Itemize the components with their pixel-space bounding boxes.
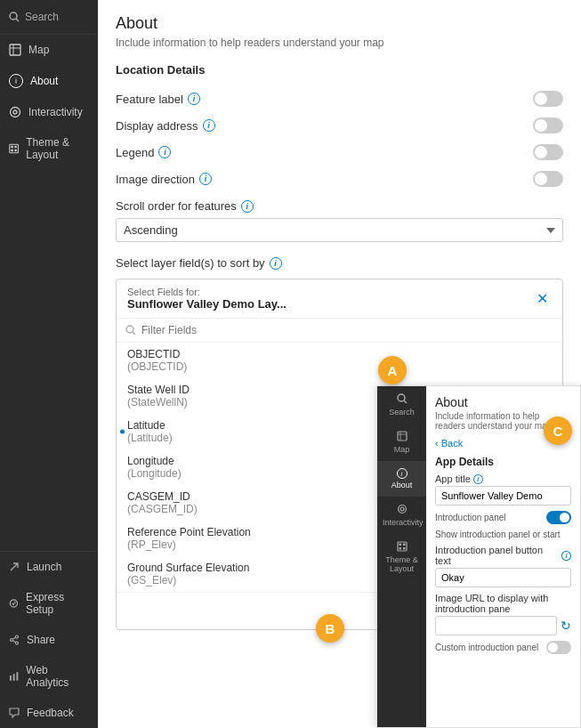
sidebar-item-interactivity[interactable]: Interactivity	[0, 97, 98, 127]
svg-rect-2	[10, 44, 20, 55]
sidebar-bottom: Launch Express Setup Share	[0, 551, 98, 728]
feature-label-info-icon[interactable]: i	[188, 93, 200, 105]
image-direction-toggle[interactable]	[533, 171, 563, 187]
intro-button-text-input[interactable]	[435, 568, 571, 587]
fields-panel-close-button[interactable]: ✕	[533, 288, 552, 309]
svg-rect-16	[10, 675, 12, 681]
overlay-about-icon: i	[397, 468, 408, 479]
overlay-map-label: Map	[383, 445, 421, 454]
overlay-sidebar-theme-layout[interactable]: Theme & Layout	[377, 534, 426, 580]
feedback-icon	[9, 708, 20, 718]
about-icon: i	[9, 74, 23, 88]
sidebar-item-theme-layout[interactable]: Theme & Layout	[0, 127, 98, 170]
web-analytics-icon	[9, 671, 19, 682]
image-url-input[interactable]	[435, 616, 557, 635]
callout-b-label: B	[326, 621, 335, 636]
callout-c-badge: C	[544, 417, 572, 445]
theme-layout-label: Theme & Layout	[26, 136, 89, 161]
intro-button-text-label-row: Introduction panel button text i	[435, 545, 571, 566]
custom-intro-toggle[interactable]	[546, 641, 571, 654]
share-label: Share	[27, 634, 55, 646]
image-url-refresh-icon[interactable]: ↻	[561, 619, 571, 633]
intro-button-info-icon[interactable]: i	[561, 551, 571, 561]
intro-button-text-label: Introduction panel button text	[435, 545, 559, 566]
theme-icon	[9, 142, 19, 155]
svg-rect-23	[398, 432, 407, 441]
app-title-label-row: App title i	[435, 473, 571, 484]
search-icon	[9, 12, 20, 22]
feature-label-toggle[interactable]	[533, 91, 563, 107]
layer-name-label: Sunflower Valley Demo Lay...	[127, 297, 286, 311]
feature-label-row: Feature label i	[116, 85, 563, 112]
page-subtitle: Include information to help readers unde…	[116, 36, 563, 49]
custom-intro-label: Custom introduction panel	[435, 643, 538, 652]
svg-point-25	[400, 507, 404, 511]
feature-label-left: Feature label i	[116, 93, 200, 106]
svg-line-20	[133, 332, 135, 335]
sidebar-item-feedback[interactable]: Feedback	[0, 698, 98, 728]
image-direction-row: Image direction i	[116, 166, 563, 192]
legend-row: Legend i	[116, 139, 563, 166]
svg-line-15	[12, 641, 15, 643]
app-title-input[interactable]	[435, 486, 571, 506]
sidebar-item-map[interactable]: Map	[0, 35, 98, 65]
scroll-order-info-icon[interactable]: i	[241, 200, 254, 213]
map-icon	[9, 44, 21, 56]
sidebar-item-share[interactable]: Share	[0, 625, 98, 655]
map-label: Map	[28, 44, 49, 56]
select-fields-for-label: Select Fields for:	[127, 287, 286, 297]
callout-a-label: A	[388, 363, 398, 378]
sort-by-info-icon[interactable]: i	[270, 257, 282, 270]
overlay-theme-icon	[397, 541, 408, 552]
svg-rect-28	[403, 544, 406, 546]
svg-point-13	[11, 639, 13, 642]
field-item-objectid[interactable]: OBJECTID (OBJECTID)	[117, 343, 562, 378]
svg-rect-5	[10, 144, 19, 153]
back-chevron-icon: ‹	[435, 438, 439, 449]
overlay-sidebar-about[interactable]: i About	[377, 461, 426, 497]
back-label: Back	[441, 438, 463, 449]
about-label: About	[30, 75, 58, 87]
svg-point-24	[398, 506, 406, 514]
overlay-title: About	[435, 395, 571, 409]
overlay-sidebar-search[interactable]: Search	[377, 386, 426, 424]
svg-rect-7	[14, 146, 16, 148]
legend-info-icon[interactable]: i	[158, 146, 171, 158]
svg-rect-26	[398, 542, 407, 551]
svg-point-4	[13, 110, 17, 114]
display-address-info-icon[interactable]: i	[203, 119, 215, 132]
image-url-label-row: Image URL to display with introduction p…	[435, 593, 571, 614]
scroll-order-select[interactable]: Ascending Descending	[116, 218, 563, 242]
filter-fields-input[interactable]	[141, 324, 553, 336]
display-address-text: Display address	[116, 119, 198, 133]
image-direction-info-icon[interactable]: i	[199, 173, 212, 185]
svg-point-11	[16, 635, 19, 638]
field-name-objectid: OBJECTID	[127, 348, 552, 360]
overlay-sidebar: Search Map i About Interactivity	[377, 386, 426, 727]
display-address-toggle[interactable]	[533, 117, 563, 133]
svg-line-14	[12, 637, 15, 639]
svg-point-19	[126, 326, 133, 333]
share-icon	[9, 635, 20, 645]
overlay-sidebar-interactivity[interactable]: Interactivity	[377, 497, 426, 534]
display-address-row: Display address i	[116, 112, 563, 139]
app-title-info-icon[interactable]: i	[473, 474, 483, 484]
sidebar-item-web-analytics[interactable]: Web Analytics	[0, 655, 98, 698]
legend-text: Legend	[116, 146, 154, 159]
overlay-interactivity-icon	[397, 504, 408, 514]
sidebar-item-express-setup[interactable]: Express Setup	[0, 582, 98, 625]
sidebar-item-about[interactable]: i About	[0, 65, 98, 97]
image-direction-text: Image direction	[116, 173, 195, 186]
svg-line-1	[16, 19, 19, 21]
main-panel: About Include information to help reader…	[98, 0, 581, 728]
svg-rect-17	[13, 674, 15, 681]
overlay-sidebar-map[interactable]: Map	[377, 424, 426, 461]
sidebar-item-launch[interactable]: Launch	[0, 552, 98, 582]
svg-rect-8	[11, 150, 12, 151]
sidebar-search[interactable]: Search	[0, 0, 98, 35]
legend-toggle[interactable]	[533, 144, 563, 160]
interactivity-icon	[9, 106, 21, 118]
fields-panel-header: Select Fields for: Sunflower Valley Demo…	[117, 279, 562, 319]
intro-panel-toggle[interactable]	[546, 511, 571, 524]
intro-panel-toggle-row: Introduction panel	[435, 511, 571, 524]
